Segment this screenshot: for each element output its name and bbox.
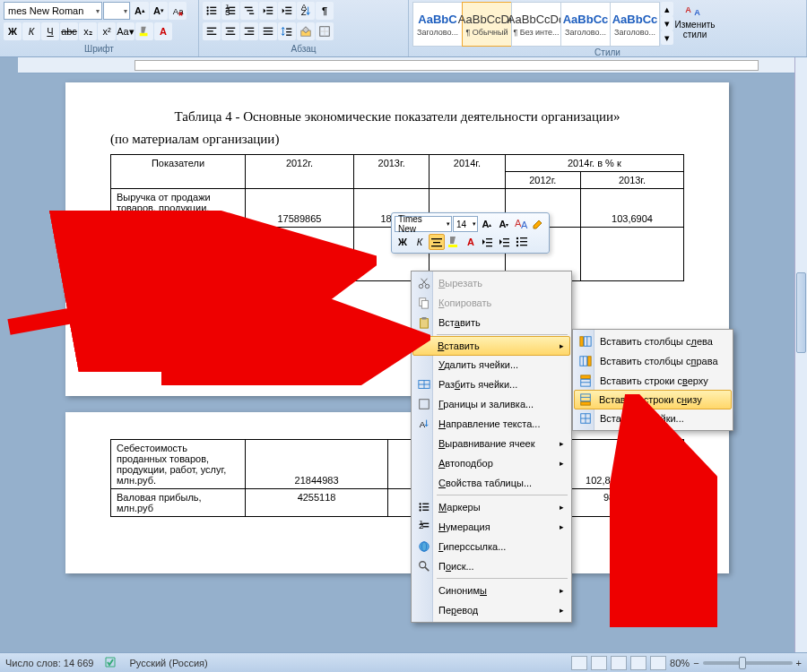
clear-format-icon[interactable]: Aa <box>169 2 187 20</box>
menu-item[interactable]: Удалить ячейки... <box>413 355 569 375</box>
style-item[interactable]: AaBbCcЗаголово... <box>610 2 660 47</box>
col-header[interactable]: Показатели <box>111 155 246 189</box>
font-family-select[interactable]: mes New Roman <box>4 2 102 20</box>
scroll-thumb[interactable] <box>796 272 806 353</box>
svg-point-87 <box>420 562 426 568</box>
view-web-icon[interactable] <box>611 656 627 670</box>
mini-indent-dec-icon[interactable] <box>480 234 496 250</box>
style-item[interactable]: AaBbCЗаголово... <box>412 2 463 47</box>
view-outline-icon[interactable] <box>630 656 646 670</box>
justify-icon[interactable] <box>259 22 277 40</box>
word-count[interactable]: Число слов: 14 669 <box>5 658 93 668</box>
indent-inc-icon[interactable] <box>278 2 296 20</box>
col-header[interactable]: 2013г. <box>353 155 429 189</box>
multilevel-icon[interactable] <box>240 2 258 20</box>
menu-item[interactable]: Поиск... <box>413 556 569 576</box>
bullets-icon[interactable] <box>203 2 221 20</box>
indent-dec-icon[interactable] <box>259 2 277 20</box>
menu-item[interactable]: Вставить столбцы справа <box>575 351 731 371</box>
style-item[interactable]: AaBbCcDd¶ Обычный <box>462 2 512 47</box>
view-print-icon[interactable] <box>571 656 587 670</box>
gallery-more-icon[interactable]: ▾ <box>661 30 673 45</box>
menu-item[interactable]: Вставить▸ <box>412 336 570 356</box>
mini-center-icon[interactable] <box>429 234 445 250</box>
align-left-icon[interactable] <box>203 22 221 40</box>
highlight-icon[interactable] <box>135 22 153 40</box>
menu-item[interactable]: Вставить <box>413 313 569 332</box>
mini-bold-icon[interactable]: Ж <box>395 234 411 250</box>
view-read-icon[interactable] <box>591 656 607 670</box>
menu-item[interactable]: Маркеры▸ <box>413 497 569 517</box>
spell-check-icon[interactable] <box>104 656 118 670</box>
grow-font-icon[interactable]: A▴ <box>131 2 149 20</box>
align-right-icon[interactable] <box>240 22 258 40</box>
textdir-icon: A <box>417 417 431 431</box>
zoom-in-icon[interactable]: + <box>796 658 802 668</box>
col-subheader[interactable]: 2013г. <box>580 172 683 189</box>
font-size-select[interactable] <box>103 2 130 20</box>
font-color-icon[interactable]: A <box>154 22 172 40</box>
menu-item[interactable]: Разбить ячейки... <box>413 375 569 394</box>
zoom-out-icon[interactable]: − <box>693 658 699 668</box>
mini-grow-icon[interactable]: A▴ <box>479 216 495 232</box>
mini-highlight-icon[interactable] <box>446 234 462 250</box>
menu-item[interactable]: Границы и заливка... <box>413 394 569 414</box>
styles-gallery[interactable]: AaBbCЗаголово...AaBbCcDd¶ ОбычныйAaBbCcD… <box>412 2 659 47</box>
align-center-icon[interactable] <box>221 22 239 40</box>
menu-item[interactable]: Вставить строки снизу <box>574 390 732 409</box>
zoom-slider[interactable] <box>703 661 793 665</box>
shading-icon[interactable] <box>297 22 315 40</box>
numbering-icon[interactable]: 123 <box>221 2 239 20</box>
mini-font-select[interactable]: Times New <box>395 216 452 232</box>
menu-item[interactable]: 12Нумерация▸ <box>413 517 569 537</box>
strike-icon[interactable]: abc <box>60 22 78 40</box>
superscript-icon[interactable]: x² <box>98 22 116 40</box>
style-item[interactable]: AaBbCcЗаголово... <box>560 2 611 47</box>
horizontal-ruler[interactable] <box>18 57 794 73</box>
line-spacing-icon[interactable] <box>278 22 296 40</box>
menu-item[interactable]: Вставить столбцы слева <box>575 332 731 351</box>
subscript-icon[interactable]: x₂ <box>79 22 97 40</box>
col-subheader[interactable]: 2012г. <box>505 172 580 189</box>
underline-icon[interactable]: Ч <box>41 22 59 40</box>
mini-painter-icon[interactable] <box>530 216 546 232</box>
mini-bullets-icon[interactable] <box>514 234 530 250</box>
shrink-font-icon[interactable]: A▾ <box>150 2 168 20</box>
show-marks-icon[interactable]: ¶ <box>316 2 334 20</box>
mini-fontcolor-icon[interactable]: A <box>463 234 479 250</box>
mini-shrink-icon[interactable]: A▾ <box>496 216 512 232</box>
zoom-level[interactable]: 80% <box>670 658 690 668</box>
borders-icon[interactable] <box>316 22 334 40</box>
view-draft-icon[interactable] <box>650 656 666 670</box>
mini-size-select[interactable]: 14 <box>453 216 478 232</box>
menu-item[interactable]: Вставить строки сверху <box>575 371 731 391</box>
menu-item[interactable]: Свойства таблицы... <box>413 473 569 493</box>
change-case-icon[interactable]: Aa▾ <box>117 22 134 40</box>
menu-item[interactable]: AНаправление текста... <box>413 414 569 434</box>
italic-icon[interactable]: К <box>22 22 40 40</box>
menu-item[interactable]: Автоподбор▸ <box>413 453 569 473</box>
style-item[interactable]: AaBbCcDd¶ Без инте... <box>511 2 561 47</box>
link-icon <box>417 539 431 554</box>
mini-indent-inc-icon[interactable] <box>497 234 513 250</box>
data-table-2[interactable]: Себестоимость проданных товаров, продукц… <box>110 439 684 517</box>
doc-subtitle[interactable]: (по материалам организации) <box>110 132 684 147</box>
col-header[interactable]: 2014г. <box>430 155 505 189</box>
bold-icon[interactable]: Ж <box>4 22 22 40</box>
menu-item[interactable]: Вставить ячейки... <box>575 409 731 428</box>
vertical-scrollbar[interactable] <box>794 57 807 652</box>
menu-item[interactable]: Синонимы▸ <box>413 581 569 600</box>
sort-icon[interactable]: AZ <box>297 2 315 20</box>
doc-title[interactable]: Таблица 4 - Основные экономические показ… <box>110 109 684 125</box>
menu-item[interactable]: Гиперссылка... <box>413 537 569 556</box>
mini-styles-icon[interactable]: AA <box>513 216 529 232</box>
change-styles-button[interactable]: AA Изменить стили <box>673 2 716 39</box>
language-indicator[interactable]: Русский (Россия) <box>129 658 207 668</box>
mini-italic-icon[interactable]: К <box>412 234 428 250</box>
menu-item[interactable]: Перевод▸ <box>413 600 569 620</box>
menu-item[interactable]: Выравнивание ячеек▸ <box>413 434 569 453</box>
col-header[interactable]: 2014г. в % к <box>505 155 683 172</box>
gallery-down-icon[interactable]: ▾ <box>661 16 673 30</box>
col-header[interactable]: 2012г. <box>246 155 354 189</box>
gallery-up-icon[interactable]: ▴ <box>661 2 673 16</box>
